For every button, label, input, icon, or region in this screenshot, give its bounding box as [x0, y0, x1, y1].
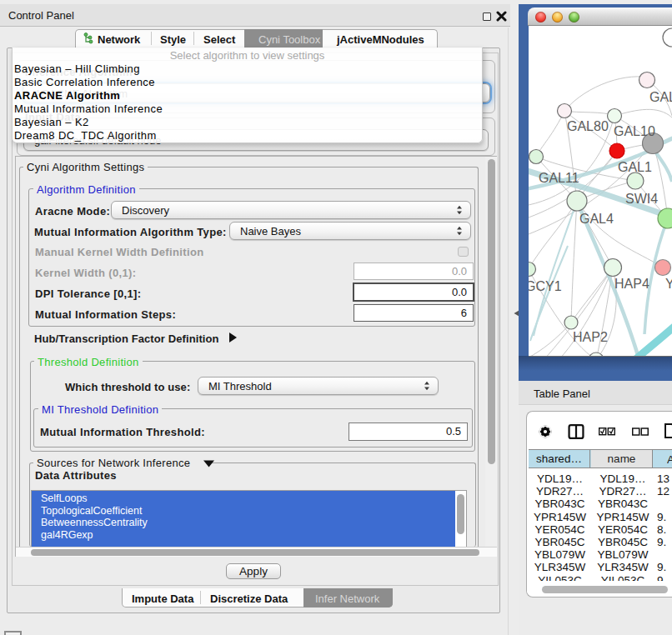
- svg-text:GAL11: GAL11: [539, 171, 579, 185]
- svg-text:GCY1: GCY1: [529, 279, 562, 293]
- svg-text:GAL80: GAL80: [567, 119, 609, 133]
- svg-text:GAL10: GAL10: [614, 124, 655, 138]
- svg-text:SWI4: SWI4: [625, 192, 658, 206]
- svg-text:HAP2: HAP2: [573, 330, 608, 344]
- svg-text:GAL1: GAL1: [618, 160, 652, 174]
- svg-text:GAL2: GAL2: [649, 90, 672, 104]
- svg-text:HAP4: HAP4: [614, 277, 649, 291]
- svg-text:GAL4: GAL4: [579, 212, 614, 226]
- svg-text:Y: Y: [665, 277, 672, 291]
